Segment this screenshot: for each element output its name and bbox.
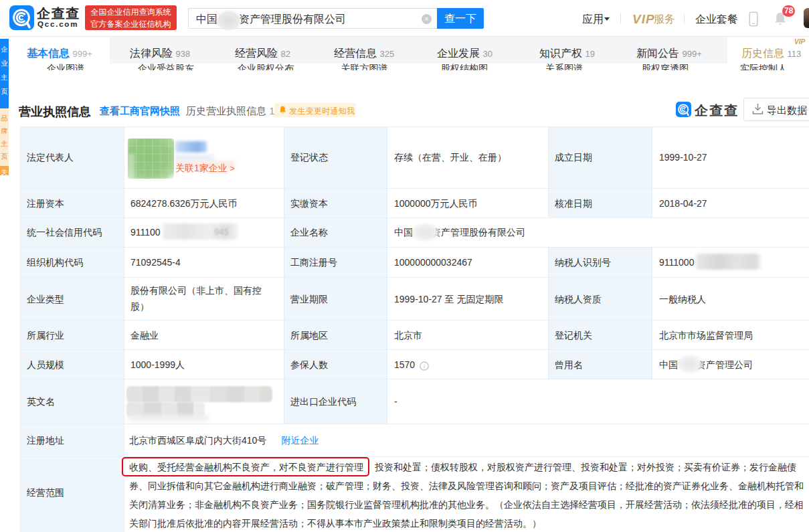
svg-text:i: i xyxy=(424,363,426,369)
